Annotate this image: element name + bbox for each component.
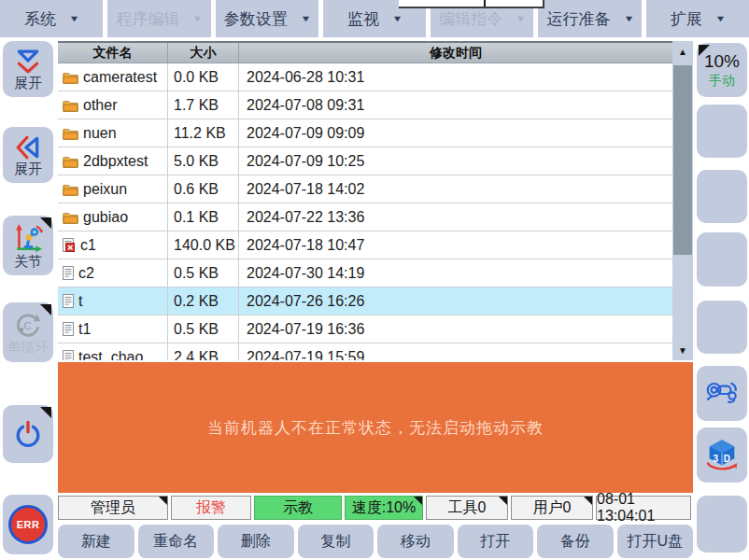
file-name: 2dbpxtest (83, 153, 148, 170)
joint-coordinate-button[interactable]: 关节 (3, 216, 53, 275)
menu-item-label: 编辑指令 (439, 8, 502, 30)
file-icon (63, 266, 74, 280)
table-row[interactable]: t10.5 KB2024-07-19 16:36 (58, 315, 672, 343)
folder-icon (63, 71, 78, 84)
file-table-body: cameratest0.0 KB2024-06-28 10:31 other1.… (58, 63, 672, 360)
status-speed[interactable]: 速度:10% (345, 496, 423, 520)
scroll-up-arrow[interactable]: ▲ (672, 41, 693, 62)
warning-message-panel: 当前机器人不在正常状态，无法启动拖动示教 (58, 362, 693, 493)
file-name-cell: nuen (58, 119, 168, 147)
file-size-cell: 0.0 KB (168, 63, 239, 91)
popup-edge-tick (484, 0, 486, 7)
menu-item-label: 参数设置 (224, 8, 288, 30)
file-action-bar: 新建重命名删除复制移动打开备份打开U盘 (58, 525, 693, 558)
status-alarm[interactable]: 报警 (171, 496, 251, 520)
table-row[interactable]: t0.2 KB2024-07-26 16:26 (58, 287, 672, 315)
file-name: other (83, 97, 117, 114)
speed-mode-button[interactable]: 10% 手动 (697, 43, 747, 97)
scrollbar-thumb[interactable] (673, 65, 692, 255)
menu-item-param-settings[interactable]: 参数设置▼ (216, 0, 323, 37)
table-row[interactable]: c1140.0 KB2024-07-18 10:47 (58, 231, 672, 259)
blank-button-4[interactable] (697, 301, 747, 354)
double-chevron-down-icon (15, 49, 41, 75)
blank-button-1[interactable] (697, 105, 747, 158)
view-3d-button[interactable]: 3 D (697, 427, 747, 483)
new-button[interactable]: 新建 (58, 525, 134, 558)
file-name-cell: c2 (58, 259, 168, 287)
joint-axes-robot-icon (13, 223, 43, 253)
column-header-filename[interactable]: 文件名 (58, 43, 168, 63)
file-modified-cell: 2024-07-09 09:09 (239, 119, 672, 147)
table-row[interactable]: test_chao2.4 KB2024-07-19 15:59 (58, 343, 672, 360)
status-user-level[interactable]: 管理员 (58, 496, 168, 520)
menu-item-run-prep[interactable]: 运行准备▼ (538, 0, 645, 37)
file-name: peixun (83, 181, 127, 198)
status-tool[interactable]: 工具0 (426, 496, 508, 520)
file-size-cell: 1.7 KB (168, 91, 239, 119)
file-size-cell: 11.2 KB (168, 119, 239, 147)
file-name-cell: 2dbpxtest (58, 147, 168, 175)
drag-teach-icon (703, 376, 741, 412)
file-name: nuen (83, 125, 117, 142)
chevron-down-icon: ▼ (714, 14, 726, 23)
joint-label: 关节 (14, 254, 42, 269)
status-bar: 管理员报警示教速度:10%工具0用户008-01 13:04:01 (58, 496, 691, 520)
table-row[interactable]: 2dbpxtest5.0 KB2024-07-09 10:25 (58, 147, 672, 175)
speed-percent: 10% (704, 51, 740, 72)
double-chevron-left-icon (15, 134, 41, 161)
status-mode[interactable]: 示教 (254, 496, 342, 520)
file-modified-cell: 2024-06-28 10:31 (239, 63, 672, 91)
table-row[interactable]: c20.5 KB2024-07-30 14:19 (58, 259, 672, 287)
column-header-modified[interactable]: 修改时间 (239, 43, 672, 63)
open-button[interactable]: 打开 (458, 525, 534, 558)
blank-button-5[interactable] (697, 496, 747, 553)
blank-button-2[interactable] (697, 170, 747, 223)
file-size-cell: 2.4 KB (168, 343, 239, 360)
expand-down-button[interactable]: 展开 (3, 41, 53, 97)
file-name: test_chao (78, 349, 143, 361)
file-size-cell: 0.1 KB (168, 203, 239, 231)
table-scrollbar[interactable]: ▲ ▼ (672, 41, 693, 360)
menu-item-label: 监视 (347, 8, 379, 30)
folder-icon (63, 211, 78, 224)
move-button[interactable]: 移动 (377, 525, 454, 558)
backup-button[interactable]: 备份 (537, 525, 614, 558)
table-row[interactable]: peixun0.6 KB2024-07-18 14:02 (58, 175, 672, 203)
power-button[interactable] (3, 405, 53, 463)
menu-item-system[interactable]: 系统▼ (0, 0, 107, 37)
top-menu-bar: 系统▼程序编辑▼参数设置▼监视▼编辑指令▼运行准备▼扩展▼ (0, 0, 749, 37)
menu-item-extend[interactable]: 扩展▼ (646, 0, 749, 37)
file-size-cell: 0.6 KB (168, 175, 239, 203)
file-modified-cell: 2024-07-18 14:02 (239, 175, 672, 203)
file-icon (63, 350, 74, 360)
column-header-size[interactable]: 大小 (168, 43, 239, 63)
rename-button[interactable]: 重命名 (138, 525, 215, 558)
table-row[interactable]: gubiao0.1 KB2024-07-22 13:36 (58, 203, 672, 231)
file-modified-cell: 2024-07-30 14:19 (239, 259, 672, 287)
expand-left-label: 展开 (14, 161, 42, 176)
file-name-cell: t (58, 287, 168, 315)
warning-message-text: 当前机器人不在正常状态，无法启动拖动示教 (207, 417, 544, 439)
menu-item-label: 运行准备 (547, 8, 611, 30)
file-name: c1 (80, 237, 96, 254)
file-modified-cell: 2024-07-09 10:25 (239, 147, 672, 175)
file-size-cell: 0.5 KB (168, 259, 239, 287)
svg-text:C: C (23, 318, 32, 330)
folder-icon (63, 183, 78, 196)
copy-button[interactable]: 复制 (298, 525, 374, 558)
drag-teach-button[interactable] (697, 366, 747, 421)
single-cycle-icon: C (14, 311, 42, 339)
table-row[interactable]: cameratest0.0 KB2024-06-28 10:31 (58, 63, 672, 91)
delete-button[interactable]: 删除 (218, 525, 294, 558)
scroll-down-arrow[interactable]: ▼ (672, 340, 693, 360)
open-usb-button[interactable]: 打开U盘 (617, 525, 694, 558)
table-row[interactable]: other1.7 KB2024-07-08 09:31 (58, 91, 672, 119)
file-name: cameratest (83, 69, 157, 86)
table-row[interactable]: nuen11.2 KB2024-07-09 09:09 (58, 119, 672, 147)
expand-left-button[interactable]: 展开 (3, 127, 53, 183)
file-icon (63, 294, 74, 308)
blank-button-3[interactable] (697, 232, 747, 287)
error-button[interactable]: ERR (3, 495, 53, 554)
status-user[interactable]: 用户0 (511, 496, 593, 520)
chevron-down-icon: ▼ (69, 14, 80, 23)
